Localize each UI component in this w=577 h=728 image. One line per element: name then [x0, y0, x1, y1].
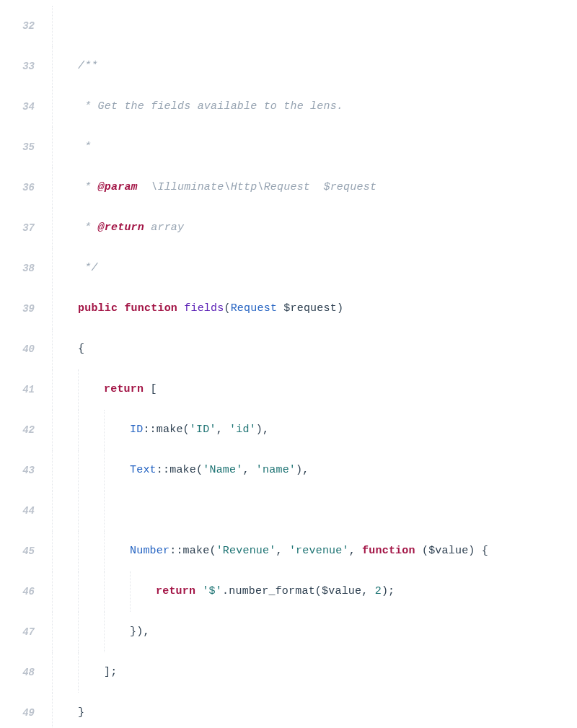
token-punct: ,: [361, 585, 374, 597]
indent-guide: [104, 531, 130, 571]
token-classname: Text: [130, 464, 157, 476]
indent-guide: [78, 652, 104, 693]
token-variable: $value: [322, 585, 361, 597]
token-variable: $value: [428, 545, 468, 557]
token-string: '$': [202, 585, 222, 597]
token-punct: [: [144, 383, 157, 395]
token-doctag: @return: [98, 222, 144, 234]
code-line: 44: [0, 491, 577, 531]
indent-guide: [78, 369, 104, 410]
indent-guide: [104, 450, 130, 491]
code-line: 33/**: [0, 46, 577, 87]
token-comment: *: [78, 222, 98, 234]
indent-guide: [52, 612, 78, 652]
indent-guide: [78, 612, 104, 652]
line-number: 41: [0, 369, 40, 410]
code-line: 37 * @return array: [0, 208, 577, 248]
token-classname: Number: [130, 545, 169, 557]
token-punct: [277, 302, 283, 315]
code-content: [48, 491, 130, 531]
code-line: 32: [0, 6, 577, 46]
indent-guide: [52, 571, 78, 612]
token-punct: }),: [130, 626, 150, 638]
token-punct: .number_format(: [222, 585, 322, 597]
line-number: 44: [0, 491, 40, 531]
line-number: 49: [0, 693, 40, 728]
code-line: 48];: [0, 652, 577, 693]
indent-guide: [52, 167, 78, 208]
indent-guides: [52, 167, 78, 208]
line-number: 40: [0, 329, 40, 369]
token-comment: \Illuminate\Http\Request $request: [138, 181, 376, 193]
indent-guide: [52, 6, 78, 46]
indent-guide: [78, 491, 104, 531]
line-number: 42: [0, 410, 40, 450]
indent-guide: [52, 87, 78, 127]
indent-guides: [52, 612, 130, 652]
indent-guides: [52, 652, 104, 693]
code-line: 47}),: [0, 612, 577, 652]
token-punct: ::make(: [143, 424, 189, 436]
indent-guide: [78, 531, 104, 571]
token-punct: (: [224, 302, 230, 315]
token-string: 'ID': [190, 424, 216, 436]
indent-guides: [52, 531, 130, 571]
token-keyword: return: [104, 383, 144, 395]
indent-guide: [52, 491, 78, 531]
code-content: Number::make('Revenue', 'revenue', funct…: [48, 531, 488, 571]
token-comment: * Get the fields available to the lens.: [78, 100, 343, 113]
line-number: 45: [0, 531, 40, 571]
code-content: public function fields(Request $request): [48, 289, 343, 329]
token-keyword: return: [156, 585, 195, 597]
indent-guide: [52, 693, 78, 728]
code-line: 38 */: [0, 248, 577, 289]
token-funcname: fields: [184, 302, 224, 315]
line-number: 48: [0, 652, 40, 693]
token-punct: ,: [349, 545, 362, 557]
token-punct: ];: [104, 666, 117, 678]
code-line: 39public function fields(Request $reques…: [0, 289, 577, 329]
token-comment: /**: [78, 60, 98, 72]
indent-guides: [52, 491, 130, 531]
indent-guides: [52, 369, 104, 410]
indent-guides: [52, 289, 78, 329]
token-type: Request: [231, 302, 277, 315]
token-string: 'id': [229, 424, 256, 436]
token-punct: );: [382, 585, 395, 597]
code-line: 35 *: [0, 127, 577, 167]
indent-guide: [104, 410, 130, 450]
line-number: 35: [0, 127, 40, 167]
code-content: Text::make('Name', 'name'),: [48, 450, 309, 491]
token-comment: *: [78, 181, 98, 193]
indent-guides: [52, 329, 78, 369]
code-line: 42ID::make('ID', 'id'),: [0, 410, 577, 450]
code-content: }: [48, 693, 84, 728]
token-punct: {: [78, 343, 84, 355]
token-punct: ,: [216, 424, 229, 436]
indent-guide: [52, 531, 78, 571]
token-punct: (: [415, 545, 428, 557]
line-number: 43: [0, 450, 40, 491]
token-punct: ::make(: [169, 545, 216, 557]
token-punct: ,: [242, 464, 255, 476]
indent-guide: [52, 208, 78, 248]
token-classname: ID: [130, 424, 143, 436]
indent-guides: [52, 248, 78, 289]
indent-guides: [52, 410, 130, 450]
line-number: 34: [0, 87, 40, 127]
code-content: */: [48, 248, 98, 289]
token-comment: */: [78, 262, 98, 274]
indent-guides: [52, 87, 78, 127]
indent-guides: [52, 571, 156, 612]
code-line: 45Number::make('Revenue', 'revenue', fun…: [0, 531, 577, 571]
line-number: 37: [0, 208, 40, 248]
code-content: * Get the fields available to the lens.: [48, 87, 343, 127]
token-punct: ::make(: [157, 464, 203, 476]
token-keyword: function: [362, 545, 415, 557]
token-punct: ),: [256, 424, 269, 436]
indent-guide: [104, 612, 130, 652]
token-variable: $request: [283, 302, 337, 315]
indent-guides: [52, 693, 78, 728]
code-line: 34 * Get the fields available to the len…: [0, 87, 577, 127]
indent-guide: [78, 410, 104, 450]
